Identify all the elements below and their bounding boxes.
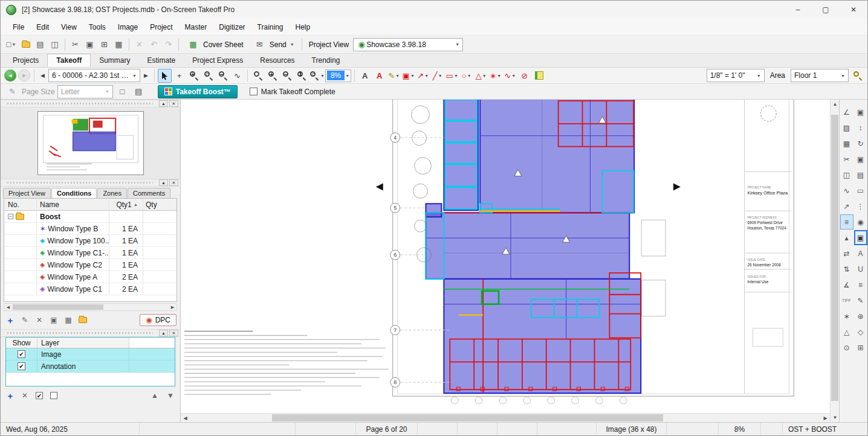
delete-layer-button[interactable]: ✕ xyxy=(19,390,31,402)
column-no[interactable]: No. xyxy=(4,199,37,210)
page-combo[interactable]: 6 - 00006 - A2.30 1st Flo ▼ xyxy=(48,69,140,82)
condition-row[interactable]: ◈Window Type C1-... 1 EA xyxy=(4,247,177,259)
hatch-icon[interactable]: ▨ xyxy=(840,120,853,135)
menu-tools[interactable]: Tools xyxy=(83,20,112,34)
tab-summary[interactable]: Summary xyxy=(91,54,138,67)
print-icon[interactable]: ▤ xyxy=(33,37,47,51)
cover-sheet-button[interactable]: ▦ Cover Sheet xyxy=(182,36,248,53)
arrow-icon[interactable]: ↗ xyxy=(840,199,853,214)
new-page-icon[interactable]: □ xyxy=(115,85,129,98)
zoom-out-button[interactable]: − xyxy=(280,69,294,83)
paste-icon[interactable]: ⊞ xyxy=(97,37,111,51)
panel-splitter[interactable]: ▲ ✕ xyxy=(1,100,180,107)
nav-back-button[interactable]: ◄ xyxy=(4,69,16,82)
close-button[interactable]: ✕ xyxy=(840,1,867,19)
line-annotation-tool[interactable]: ╱▼ xyxy=(430,69,444,83)
tab-zones[interactable]: Zones xyxy=(97,188,127,198)
scroll-left-icon[interactable]: ◀ xyxy=(181,414,190,423)
scrollbar-thumb[interactable] xyxy=(272,414,663,422)
maximize-button[interactable]: ▢ xyxy=(812,1,840,19)
dpc-button[interactable]: ◉ DPC xyxy=(140,314,177,326)
condition-group-row[interactable]: − Boost xyxy=(4,211,177,223)
collapse-button[interactable]: ▲ xyxy=(159,330,168,336)
condition-row[interactable]: ◈Window Type C2 1 EA xyxy=(4,259,177,271)
condition-row[interactable]: ∗Window Type B 1 EA xyxy=(4,223,177,235)
zoom-in-tool[interactable]: + xyxy=(187,69,201,83)
collapse-group-icon[interactable]: − xyxy=(8,214,13,219)
project-combo[interactable]: ◉ Showcase 3.98.18 ▼ xyxy=(353,38,463,51)
text-select-tool[interactable]: A xyxy=(358,69,372,83)
text-annotation-tool[interactable]: A xyxy=(372,69,386,83)
flip-horizontal-icon[interactable]: ⇄ xyxy=(840,246,853,261)
collapse-button[interactable]: ▲ xyxy=(159,100,168,107)
flip-vertical-icon[interactable]: ⇅ xyxy=(840,261,853,277)
close-panel-button[interactable]: ✕ xyxy=(169,179,178,186)
zoom-in-button[interactable]: + xyxy=(265,69,279,83)
diamond-icon[interactable]: ◇ xyxy=(854,324,867,339)
arrow-annotation-tool[interactable]: ↗▼ xyxy=(416,69,430,83)
move-layer-down-button[interactable]: ▼ xyxy=(164,390,177,402)
grid-icon[interactable]: ⊞ xyxy=(854,340,867,355)
layer-row-annotation[interactable]: ✔ Annotation xyxy=(6,361,175,373)
shape-icon[interactable]: △ xyxy=(840,324,853,339)
thumbnail-image[interactable] xyxy=(37,111,144,175)
check-all-layers-button[interactable]: ✔ xyxy=(33,390,45,402)
new-folder-button[interactable] xyxy=(77,314,89,326)
list-small-icon[interactable]: ≡ xyxy=(854,277,867,292)
menu-help[interactable]: Help xyxy=(290,20,317,34)
copy-icon[interactable]: ▣ xyxy=(83,37,97,51)
scrollbar-thumb[interactable] xyxy=(831,115,838,401)
conditions-header-row[interactable]: No. Name Qty1 ▲ Qty xyxy=(4,199,177,211)
menu-view[interactable]: View xyxy=(55,20,83,34)
duplicate-condition-button[interactable]: ▣ xyxy=(48,314,60,326)
target-icon[interactable]: ⊙ xyxy=(840,340,853,355)
rectangle-annotation-tool[interactable]: ▭▼ xyxy=(445,69,459,83)
condition-row[interactable]: ◈Window Type 100... 1 EA xyxy=(4,235,177,247)
drawing-canvas[interactable]: 4 5 6 7 8 xyxy=(181,100,830,422)
collapse-button[interactable]: ▲ xyxy=(159,179,168,186)
menu-image[interactable]: Image xyxy=(112,20,144,34)
label-u-icon[interactable]: U xyxy=(854,261,867,277)
zoom-window-tool[interactable]: ▫ xyxy=(201,69,215,83)
grip-handle[interactable] xyxy=(7,103,153,104)
grip-handle[interactable] xyxy=(7,332,153,334)
menu-edit[interactable]: Edit xyxy=(30,20,55,34)
split-view-icon[interactable]: ◫ xyxy=(840,167,853,182)
scale-combo[interactable]: 1/8" = 1' 0" ▼ xyxy=(707,69,765,82)
column-name[interactable]: Name xyxy=(37,199,109,210)
print-page-icon[interactable]: ▤ xyxy=(132,85,146,98)
zoom-level-field[interactable]: 8% ▼ xyxy=(325,69,351,82)
zoom-out-tool[interactable]: − xyxy=(216,69,230,83)
tab-project-view[interactable]: Project View xyxy=(3,188,51,198)
measure-angle-icon[interactable]: ∠ xyxy=(840,104,853,120)
conditions-hscrollbar[interactable]: ◀ ▶ xyxy=(4,303,177,311)
delete-icon[interactable]: ✕ xyxy=(132,37,146,51)
scroll-up-icon[interactable]: ▲ xyxy=(831,100,840,109)
add-condition-button[interactable]: + xyxy=(4,314,16,326)
menu-project[interactable]: Project xyxy=(144,20,178,34)
takeoff-boost-button[interactable]: Takeoff Boost™ xyxy=(158,85,238,98)
table-icon[interactable]: ▦ xyxy=(840,136,853,151)
minimize-button[interactable]: – xyxy=(784,1,812,19)
close-panel-button[interactable]: ✕ xyxy=(169,330,178,336)
more-icon[interactable]: ⋮ xyxy=(854,199,867,214)
area-combo[interactable]: Floor 1 ▼ xyxy=(791,69,849,82)
column-qty2[interactable]: Qty xyxy=(143,199,177,210)
label-a-icon[interactable]: A xyxy=(854,246,867,261)
polygon-annotation-tool[interactable]: △▼ xyxy=(474,69,488,83)
zoom-actual-button[interactable]: 1 xyxy=(294,69,308,83)
pointer-tool[interactable] xyxy=(158,69,172,83)
layer-row-image[interactable]: ✔ Image xyxy=(6,348,175,361)
grip-handle[interactable] xyxy=(7,182,153,184)
tab-takeoff[interactable]: Takeoff xyxy=(47,54,91,67)
panel-splitter[interactable]: ▲ ✕ xyxy=(1,329,180,337)
curve-annotation-tool[interactable]: ∿▼ xyxy=(503,69,517,83)
dimension-annotation-tool[interactable]: ⊘ xyxy=(517,69,531,83)
duplicate-icon[interactable]: ▣ xyxy=(854,152,867,167)
condition-row[interactable]: ◈Window Type C1 2 EA xyxy=(4,283,177,295)
scroll-right-icon[interactable]: ▶ xyxy=(169,304,177,310)
page-size-combo[interactable]: Letter ▼ xyxy=(57,85,113,98)
fit-height-icon[interactable]: ↕ xyxy=(854,120,867,135)
ellipse-annotation-tool[interactable]: ○▼ xyxy=(459,69,473,83)
paste-special-icon[interactable]: ▦ xyxy=(112,37,126,51)
